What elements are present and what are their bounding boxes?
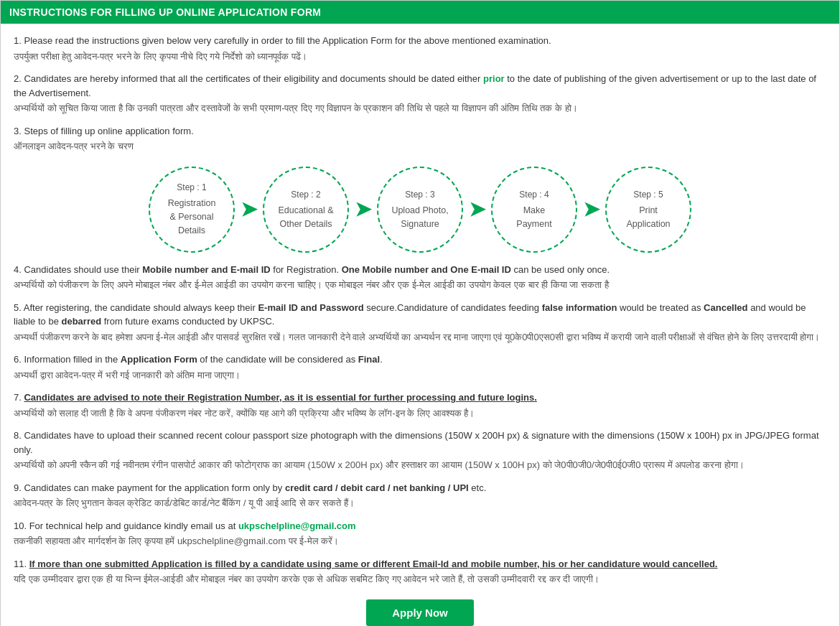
instruction-2-hin: अभ्यर्थियों को सूचित किया जाता है कि उनक… xyxy=(14,101,826,116)
instruction-4-eng: 4. Candidates should use their Mobile nu… xyxy=(14,263,826,277)
instruction-3-hin: ऑनलाइन आवेदन-पत्र भरने के चरण xyxy=(14,139,826,154)
steps-diagram: Step : 1 Registration& PersonalDetails ➤… xyxy=(14,167,826,253)
step-arrow-2: ➤ xyxy=(355,195,371,225)
instruction-10-hin: तकनीकी सहायता और मार्गदर्शन के लिए कृपया… xyxy=(14,534,826,548)
instruction-2-eng: 2. Candidates are hereby informed that a… xyxy=(14,72,826,100)
step-arrow-1: ➤ xyxy=(241,195,257,225)
step-5-circle: Step : 5 PrintApplication xyxy=(605,167,691,253)
step-5-label: Step : 5 xyxy=(633,188,663,201)
instruction-7-hin: अभ्यर्थियों को सलाह दी जाती है कि वे अपन… xyxy=(14,406,826,421)
instruction-10-eng: 10. For technical help and guidance kind… xyxy=(14,519,826,533)
step-4-desc: MakePayment xyxy=(516,204,551,231)
instruction-5-hin: अभ्यर्थी पंजीकरण करने के बाद हमेशा अपना … xyxy=(14,330,826,345)
step-2-desc: Educational &Other Details xyxy=(278,204,333,231)
instruction-7: 7. Candidates are advised to note their … xyxy=(14,391,826,420)
instruction-1: 1. Please read the instructions given be… xyxy=(14,34,826,63)
apply-now-button[interactable]: Apply Now xyxy=(366,599,474,626)
step-1-desc: Registration& PersonalDetails xyxy=(168,197,216,237)
step-3-circle: Step : 3 Upload Photo,Signature xyxy=(377,167,463,253)
instruction-7-eng: 7. Candidates are advised to note their … xyxy=(14,391,826,405)
instruction-8-eng: 8. Candidates have to upload their scann… xyxy=(14,429,826,457)
header-title: INSTRUCTIONS FOR FILLING UP ONLINE APPLI… xyxy=(9,6,321,18)
instruction-8-hin: अभ्यर्थियों को अपनी स्कैन की गई नवीनतम र… xyxy=(14,458,826,472)
step-1-circle: Step : 1 Registration& PersonalDetails xyxy=(149,167,235,253)
instruction-9-hin: आवेदन-पत्र के लिए भुगतान केवल क्रेडिट का… xyxy=(14,496,826,510)
instruction-4: 4. Candidates should use their Mobile nu… xyxy=(14,263,826,292)
content-area: 1. Please read the instructions given be… xyxy=(1,24,839,626)
instruction-5-eng: 5. After registering, the candidate shou… xyxy=(14,301,826,329)
instruction-8: 8. Candidates have to upload their scann… xyxy=(14,429,826,472)
instruction-1-hin: उपर्युक्त परीक्षा हेतु आवेदन-पत्र भरने क… xyxy=(14,50,826,64)
step-3-label: Step : 3 xyxy=(405,188,434,201)
step-1-label: Step : 1 xyxy=(177,181,206,194)
apply-button-row: Apply Now xyxy=(14,599,826,626)
instruction-3: 3. Steps of filling up online applicatio… xyxy=(14,124,826,253)
step-arrow-3: ➤ xyxy=(469,195,485,225)
step-arrow-4: ➤ xyxy=(583,195,599,225)
main-container: INSTRUCTIONS FOR FILLING UP ONLINE APPLI… xyxy=(0,0,840,626)
instruction-6: 6. Information filled in the Application… xyxy=(14,352,826,382)
instruction-11-hin: यदि एक उम्मीदवार द्वारा एक ही या भिन्न ई… xyxy=(14,572,826,587)
instruction-2: 2. Candidates are hereby informed that a… xyxy=(14,72,826,116)
step-4-label: Step : 4 xyxy=(519,188,549,201)
instruction-6-hin: अभ्यर्थी द्वारा आवेदन-पत्र में भरी गई जा… xyxy=(14,368,826,383)
instruction-11-eng: 11. If more than one submitted Applicati… xyxy=(14,557,826,571)
instruction-9-eng: 9. Candidates can make payment for the a… xyxy=(14,481,826,495)
instruction-1-num: 1. xyxy=(14,35,24,46)
step-5-desc: PrintApplication xyxy=(626,204,670,231)
step-2-label: Step : 2 xyxy=(291,188,320,201)
step-3-desc: Upload Photo,Signature xyxy=(391,204,448,231)
page-header: INSTRUCTIONS FOR FILLING UP ONLINE APPLI… xyxy=(1,1,839,24)
instruction-9: 9. Candidates can make payment for the a… xyxy=(14,481,826,510)
instruction-3-eng: 3. Steps of filling up online applicatio… xyxy=(14,124,826,139)
instruction-5: 5. After registering, the candidate shou… xyxy=(14,301,826,345)
instruction-11: 11. If more than one submitted Applicati… xyxy=(14,557,826,587)
instruction-1-eng: 1. Please read the instructions given be… xyxy=(14,34,826,48)
instruction-6-eng: 6. Information filled in the Application… xyxy=(14,352,826,367)
step-2-circle: Step : 2 Educational &Other Details xyxy=(263,167,349,253)
step-4-circle: Step : 4 MakePayment xyxy=(491,167,577,253)
instruction-10: 10. For technical help and guidance kind… xyxy=(14,519,826,548)
instruction-4-hin: अभ्यर्थियों को पंजीकरण के लिए अपने मोबाइ… xyxy=(14,278,826,292)
